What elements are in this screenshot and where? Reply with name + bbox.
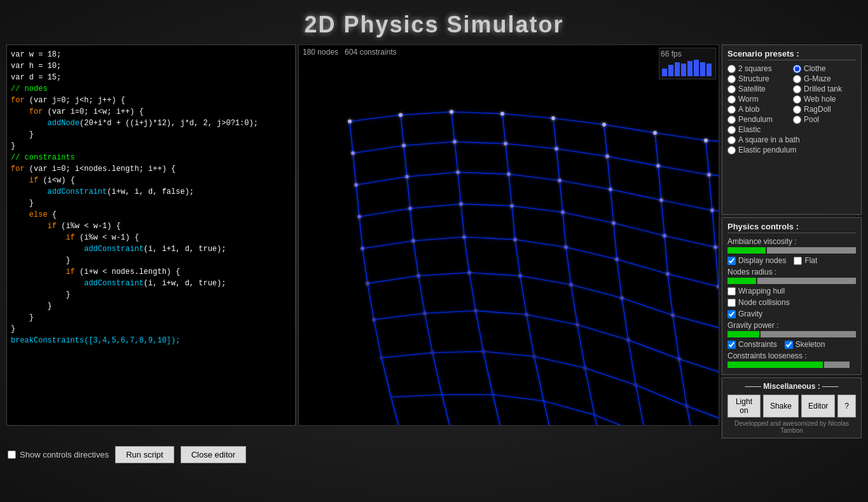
- scenario-structure[interactable]: Structure: [727, 74, 790, 83]
- svg-point-33: [358, 215, 361, 219]
- misc-buttons-group: Light on Shake Editor ?: [727, 395, 856, 417]
- show-controls-label: Show controls directives: [20, 450, 109, 459]
- svg-point-3: [501, 112, 504, 116]
- scenario-2squares-radio[interactable]: [727, 65, 736, 73]
- credit-text: Developped and awesomized by Nicolas Tam…: [727, 420, 856, 434]
- code-line-13: addConstraint(i+w, i, d, false);: [11, 186, 291, 198]
- scenario-satellite-radio[interactable]: [727, 85, 736, 93]
- node-collisions-checkbox[interactable]: [727, 299, 736, 307]
- scenario-satellite[interactable]: Satellite: [727, 85, 790, 93]
- svg-point-71: [627, 339, 630, 342]
- editor-button[interactable]: Editor: [801, 395, 835, 417]
- flat-checkbox[interactable]: [794, 257, 802, 265]
- constraints-checkbox[interactable]: [727, 341, 736, 349]
- help-button[interactable]: ?: [837, 395, 856, 417]
- code-line-6: for (var i=0; i<w; i++) {: [11, 106, 291, 118]
- display-nodes-checkbox[interactable]: [727, 257, 736, 265]
- right-panel: Scenario presets : 2 squares Clothe Stru…: [722, 44, 862, 438]
- svg-point-26: [558, 179, 561, 182]
- code-line-7: addNode(20+i*d + ((i+j)*12), j*d, 2, j>0…: [11, 118, 291, 129]
- svg-point-45: [412, 240, 415, 243]
- scenario-drilledtank-radio[interactable]: [793, 85, 801, 93]
- svg-point-11: [352, 152, 355, 155]
- svg-point-17: [657, 165, 660, 168]
- scenario-elastic-radio[interactable]: [727, 126, 736, 134]
- gravity-checkbox[interactable]: [727, 310, 736, 318]
- light-on-button[interactable]: Light on: [727, 395, 761, 417]
- scenario-elasticpendulum-radio[interactable]: [727, 146, 736, 154]
- svg-point-48: [565, 246, 568, 249]
- scenario-ablob-radio[interactable]: [727, 105, 736, 114]
- svg-point-58: [519, 275, 522, 278]
- skeleton-checkbox[interactable]: [785, 341, 793, 349]
- show-controls-group[interactable]: Show controls directives: [8, 450, 109, 459]
- scenario-pool-radio[interactable]: [793, 116, 801, 124]
- svg-point-61: [672, 314, 675, 317]
- scenario-worm-radio[interactable]: [727, 95, 736, 104]
- scenario-elastic[interactable]: Elastic: [727, 125, 790, 134]
- gravity-power-slider[interactable]: [727, 331, 856, 337]
- svg-point-18: [708, 173, 711, 177]
- show-controls-checkbox[interactable]: [8, 451, 16, 459]
- svg-point-72: [678, 358, 681, 361]
- nodes-radius-slider[interactable]: [727, 278, 856, 284]
- svg-point-23: [406, 175, 409, 179]
- scenario-ragdoll-radio[interactable]: [793, 105, 801, 114]
- svg-point-28: [660, 199, 663, 202]
- simulation-panel[interactable]: 180 nodes 604 constraints 66 fps: [298, 44, 719, 426]
- code-line-10: // constraints: [11, 152, 291, 163]
- svg-point-1: [399, 114, 403, 117]
- constraints-looseness-label: Constraints looseness :: [727, 351, 856, 360]
- close-editor-button[interactable]: Close editor: [181, 446, 246, 463]
- svg-point-36: [511, 205, 514, 208]
- svg-point-24: [457, 171, 460, 174]
- svg-point-25: [507, 173, 511, 176]
- scenario-webhole[interactable]: Web hole: [793, 95, 856, 104]
- scenario-pendulum-radio[interactable]: [727, 116, 736, 124]
- svg-point-57: [468, 271, 471, 275]
- svg-point-38: [612, 222, 616, 225]
- code-line-4: // nodes: [11, 83, 291, 95]
- ambiance-viscosity-slider[interactable]: [727, 247, 856, 254]
- svg-point-59: [570, 283, 573, 287]
- svg-point-80: [533, 355, 536, 358]
- code-line-17: if (i%w < w-1) {: [11, 232, 291, 243]
- code-editor-panel[interactable]: var w = 18; var h = 10; var d = 15; // n…: [6, 44, 296, 426]
- scenario-elasticpendulum[interactable]: Elastic pendulum: [727, 146, 856, 154]
- svg-point-47: [514, 238, 517, 241]
- run-script-button[interactable]: Run script: [115, 446, 174, 463]
- svg-point-67: [424, 312, 427, 315]
- scenario-clothe-radio[interactable]: [793, 65, 801, 73]
- constraints-looseness-slider[interactable]: [727, 362, 856, 368]
- physics-title: Physics controls :: [727, 222, 856, 233]
- scenario-ragdoll[interactable]: RagDoll: [793, 105, 856, 114]
- wrapping-hull-checkbox[interactable]: [727, 287, 736, 295]
- svg-point-56: [417, 275, 420, 278]
- scenario-squareinbath-radio[interactable]: [727, 136, 736, 144]
- constraints-skeleton-row: Constraints Skeleton: [727, 340, 856, 349]
- svg-point-0: [348, 120, 352, 123]
- scenario-webhole-radio[interactable]: [793, 95, 801, 104]
- code-line-12: if (i<w) {: [11, 175, 291, 186]
- code-line-3: var d = 15;: [11, 72, 291, 83]
- scenario-squareinbath[interactable]: A square in a bath: [727, 135, 856, 144]
- shake-button[interactable]: Shake: [763, 395, 799, 417]
- code-line-21: addConstraint(i, i+w, d, true);: [11, 278, 291, 289]
- scenario-clothe[interactable]: Clothe: [793, 64, 856, 73]
- scenario-gmaze-radio[interactable]: [793, 75, 801, 83]
- svg-point-34: [409, 207, 412, 210]
- scenario-ablob[interactable]: A blob: [727, 105, 790, 114]
- scenario-pendulum[interactable]: Pendulum: [727, 115, 790, 124]
- gravity-power-label: Gravity power :: [727, 321, 856, 330]
- svg-point-14: [504, 142, 507, 146]
- scenario-structure-radio[interactable]: [727, 75, 736, 83]
- gravity-row: Gravity: [727, 309, 856, 318]
- simulation-canvas[interactable]: [299, 45, 719, 425]
- scenario-gmaze[interactable]: G-Maze: [793, 74, 856, 83]
- scenario-worm[interactable]: Worm: [727, 95, 790, 104]
- scenario-2squares[interactable]: 2 squares: [727, 64, 790, 73]
- code-line-2: var h = 10;: [11, 60, 291, 72]
- scenario-drilledtank[interactable]: Drilled tank: [793, 85, 856, 93]
- svg-point-81: [584, 367, 587, 370]
- scenario-pool[interactable]: Pool: [793, 115, 856, 124]
